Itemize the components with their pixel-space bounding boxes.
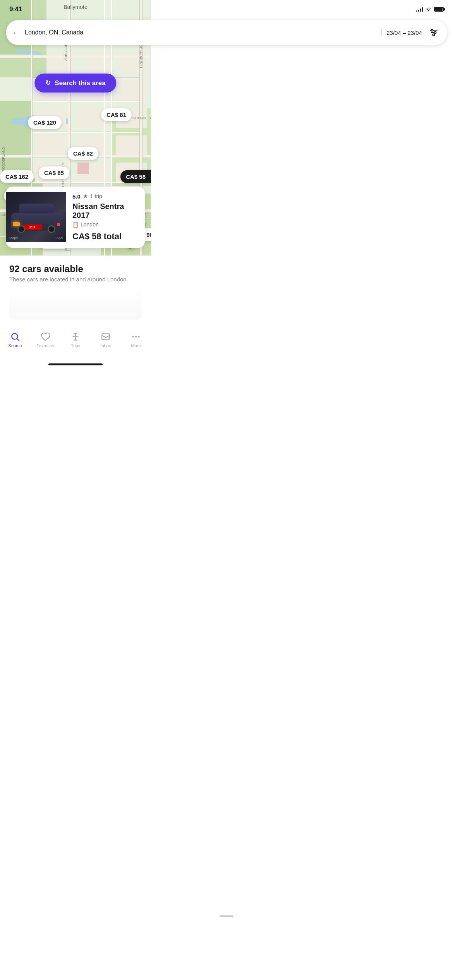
car-name: Nissan Sentra 2017 [72, 202, 139, 220]
search-nav-label: Search [9, 343, 22, 348]
location-text: London [81, 221, 99, 228]
back-button[interactable]: ← [12, 28, 20, 37]
search-bar[interactable]: ← London, ON, Canada 23/04 – 23/04 [6, 20, 151, 45]
cars-available-desc: These cars are located in and around Lon… [9, 276, 142, 283]
rating-number: 5.0 [72, 193, 81, 200]
bottom-sheet: 92 cars available These cars are located… [0, 255, 151, 326]
maps-attribution: Maps [9, 236, 18, 240]
favorites-nav-label: Favorites [36, 343, 54, 348]
trip-count: 1 trip [90, 193, 102, 199]
nav-item-inbox[interactable]: Inbox [91, 330, 121, 350]
price-bubble-81[interactable]: CA$ 81 [101, 108, 132, 121]
search-area-label: Search this area [55, 79, 105, 87]
price-bubble-162[interactable]: CA$ 162 [0, 170, 34, 183]
nav-item-search[interactable]: Search [0, 330, 30, 350]
inbox-nav-label: Inbox [101, 343, 111, 348]
cars-available-count: 92 cars available [9, 264, 142, 274]
road-label-florence: FLORENCE ST [129, 116, 151, 120]
car-location: 📋 London [72, 221, 139, 228]
svg-point-16 [138, 336, 139, 338]
nav-item-trips[interactable]: Trips [60, 330, 91, 350]
car-plate: 2017 [23, 224, 42, 230]
svg-point-15 [135, 336, 137, 338]
trips-nav-icon [70, 332, 81, 342]
price-bubble-85[interactable]: CA$ 85 [39, 166, 69, 179]
svg-line-8 [17, 339, 19, 341]
price-bubble-120[interactable]: CA$ 120 [28, 116, 62, 129]
home-indicator [48, 363, 103, 365]
inbox-nav-icon [101, 332, 111, 342]
more-nav-icon [131, 332, 141, 342]
car-list-preview[interactable] [9, 289, 142, 320]
trips-nav-label: Trips [71, 343, 80, 348]
search-nav-icon [10, 332, 20, 342]
status-bar: 9:41 [0, 0, 151, 16]
legal-attribution: Legal [55, 236, 63, 240]
nav-item-favorites[interactable]: Favorites [30, 330, 60, 350]
status-time: 9:41 [9, 5, 22, 13]
car-rating: 5.0 ★ 1 trip [72, 193, 139, 200]
car-info: 5.0 ★ 1 trip Nissan Sentra 2017 📋 London… [66, 187, 145, 248]
car-price: CA$ 58 total [72, 231, 139, 242]
bottom-nav: Search Favorites Trips Inbox More [0, 326, 151, 360]
refresh-icon: ↻ [45, 79, 51, 87]
svg-point-14 [132, 336, 134, 338]
star-icon: ★ [83, 193, 88, 200]
car-card[interactable]: 2017 Maps Legal 5.0 ★ 1 trip Nissan Sent… [6, 187, 145, 248]
location-icon: 📋 [72, 221, 79, 228]
search-area-button[interactable]: ↻ Search this area [34, 74, 116, 93]
price-bubble-82[interactable]: CA$ 82 [68, 147, 98, 160]
svg-rect-13 [102, 334, 110, 339]
more-nav-label: More [131, 343, 141, 348]
favorites-nav-icon [40, 332, 50, 342]
search-location: London, ON, Canada [25, 29, 151, 36]
car-image: 2017 Maps Legal [6, 192, 66, 242]
nav-item-more[interactable]: More [121, 330, 151, 350]
road-label-wonderland: WONDERLAND [2, 147, 5, 172]
